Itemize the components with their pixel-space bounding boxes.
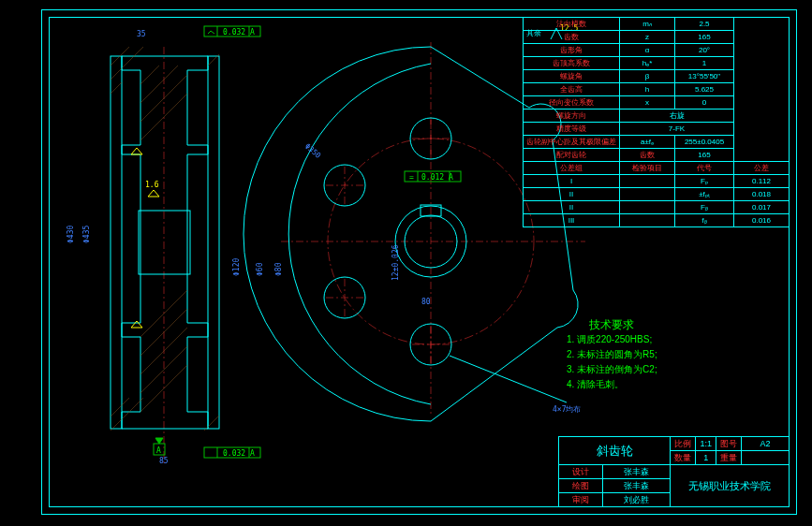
tech-item: 2. 未标注的圆角为R5; — [567, 347, 657, 362]
svg-line-49 — [450, 356, 567, 402]
tech-item: 4. 清除毛刺。 — [567, 377, 657, 392]
datum-a: A — [156, 446, 161, 455]
dim-d4: Φ60 — [256, 262, 264, 276]
technical-requirements: 技术要求 1. 调质220-250HBS; 2. 未标注的圆角为R5; 3. 未… — [567, 317, 657, 392]
svg-line-5 — [111, 47, 143, 80]
dim-d3: Φ120 — [232, 258, 241, 276]
svg-line-6 — [111, 82, 122, 94]
cad-drawing-frame: 1.6 Φ430 Φ435 Φ120 Φ60 Φ80 85 35 0.032 A… — [0, 0, 812, 526]
dim-hub-w: 80 — [421, 298, 431, 306]
title-block: 斜齿轮 比例1:1 图号A2 数量1 重量 设计张丰森 无锡职业技术学院 绘图张… — [558, 436, 790, 507]
ra-mark: 1.6 — [145, 181, 159, 189]
dim-w2: 35 — [137, 30, 146, 38]
dim-d1: Φ430 — [66, 226, 75, 243]
tech-item: 1. 调质220-250HBS; — [567, 332, 657, 347]
svg-line-18 — [111, 398, 143, 431]
svg-line-9 — [140, 66, 178, 103]
svg-line-17 — [111, 398, 129, 416]
svg-text:=: = — [409, 173, 414, 182]
tech-title: 技术要求 — [567, 317, 657, 332]
dim-w1: 85 — [159, 457, 169, 465]
drawing-name: 斜齿轮 — [559, 437, 671, 465]
svg-rect-3 — [139, 211, 190, 274]
svg-rect-2 — [208, 56, 219, 429]
dim-d5: Φ80 — [274, 262, 283, 276]
dim-d2: Φ435 — [82, 226, 91, 243]
parameter-table: 法向模数mₙ2.5 齿数z165 齿形角α20° 齿顶高系数hₐ*1 螺旋角β1… — [523, 17, 790, 227]
section-view: 1.6 Φ430 Φ435 Φ120 Φ60 Φ80 85 35 0.032 A… — [66, 26, 283, 465]
svg-rect-1 — [111, 56, 122, 429]
fcf-hub: 0.012 A — [421, 173, 453, 182]
school: 无锡职业技术学院 — [671, 465, 790, 507]
fcf-bot: 0.032 A — [223, 449, 255, 458]
fcf-top: 0.032 A — [223, 28, 255, 37]
dim-key-h: 12±0.026 — [391, 244, 400, 281]
tech-item: 3. 未标注的倒角为C2; — [567, 362, 657, 377]
hole-note: 4×7均布 — [553, 405, 581, 414]
svg-line-8 — [140, 66, 159, 84]
